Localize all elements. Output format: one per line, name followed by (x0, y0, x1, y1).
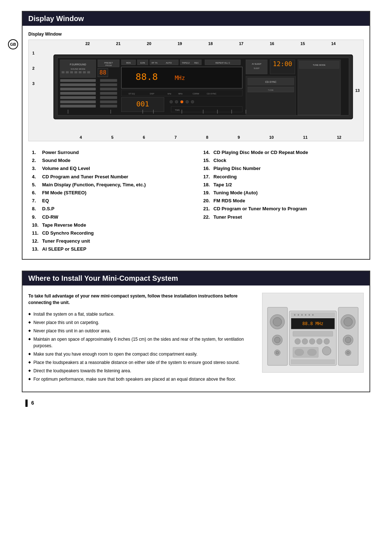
display-svg-area: P.SURROUND SOUND MODE PRESET PRGM (40, 47, 360, 134)
item-15: 15. Clock (203, 157, 360, 165)
svg-text:MHz: MHz (175, 74, 185, 81)
svg-rect-52 (60, 100, 96, 103)
item-16: 16. Playing Disc Number (203, 165, 360, 173)
svg-text:RT TA: RT TA (152, 62, 158, 64)
svg-point-102 (295, 339, 301, 344)
svg-rect-60 (100, 105, 117, 108)
svg-text:MHz: MHz (178, 93, 183, 95)
svg-point-104 (309, 339, 315, 344)
svg-rect-39 (246, 60, 267, 74)
gb-badge: GB (8, 39, 18, 49)
svg-text:kHz: kHz (168, 93, 171, 95)
system-image: 88.8 MHz (262, 293, 364, 373)
svg-text:PRGM: PRGM (105, 64, 112, 66)
svg-text:TUNE MODE: TUNE MODE (313, 64, 326, 66)
item-18: 18. Tape 1/2 (203, 181, 360, 189)
svg-point-86 (273, 317, 282, 326)
svg-text:AUTO: AUTO (166, 62, 172, 64)
svg-text:REC: REC (194, 62, 199, 64)
svg-rect-57 (100, 92, 117, 95)
svg-point-65 (180, 100, 183, 103)
install-section-title: Where to Install Your Mini-Compact Syste… (23, 271, 369, 285)
install-bullet-8: For optimum performance, make sure that … (28, 376, 255, 382)
svg-point-116 (345, 337, 351, 343)
item-22: 22. Tuner Preset (203, 213, 360, 221)
svg-text:RDS: RDS (126, 62, 131, 64)
svg-point-64 (175, 100, 178, 103)
svg-point-94 (298, 314, 299, 316)
svg-point-97 (309, 314, 310, 316)
install-bullet-1: Install the system on a flat, stable sur… (28, 311, 255, 317)
item-6: 6. FM Mode (STEREO) (32, 189, 189, 197)
svg-point-107 (322, 347, 331, 355)
svg-text:PRESET: PRESET (104, 62, 113, 64)
install-bullet-5: Make sure that you have enough room to o… (28, 351, 255, 357)
svg-point-67 (191, 100, 194, 103)
svg-rect-101 (293, 331, 333, 336)
display-window-title: Display Window (23, 12, 369, 26)
svg-point-103 (302, 339, 308, 344)
svg-rect-9 (79, 71, 82, 73)
install-intro: To take full advantage of your new mini-… (28, 293, 255, 306)
svg-rect-11 (87, 71, 90, 73)
svg-point-118 (347, 351, 350, 354)
svg-rect-49 (60, 88, 96, 90)
svg-text:12:00: 12:00 (273, 60, 292, 68)
svg-point-66 (186, 100, 189, 103)
svg-rect-54 (100, 79, 117, 82)
install-bullet-3: Never place this unit in an outdoor area… (28, 328, 255, 334)
install-bullet-6: Place the loudspeakers at a reasonable d… (28, 359, 255, 366)
svg-rect-10 (83, 71, 86, 73)
svg-point-105 (317, 339, 322, 344)
item-20: 20. FM RDS Mode (203, 197, 360, 205)
svg-point-114 (344, 317, 352, 326)
svg-text:001: 001 (136, 100, 149, 108)
display-diagram: 22 21 20 19 18 17 16 15 14 1 2 3 13 (28, 40, 364, 141)
item-13: 13. AI SLEEP or SLEEP (32, 245, 189, 253)
item-12: 12. Tuner Frequency unit (32, 237, 189, 245)
item-9: 9. CD-RW (32, 213, 189, 221)
install-section: Where to Install Your Mini-Compact Syste… (22, 271, 370, 392)
item-3: 3. Volume and EQ Level (32, 165, 189, 173)
svg-rect-8 (74, 71, 77, 73)
svg-text:CDRW: CDRW (192, 93, 199, 95)
svg-rect-111 (291, 360, 335, 364)
svg-rect-56 (100, 88, 117, 90)
svg-text:AI SLEEP: AI SLEEP (252, 63, 261, 65)
item-8: 8. D.S.P (32, 205, 189, 213)
left-numbers: 1 2 3 (32, 51, 34, 86)
svg-rect-51 (60, 96, 96, 99)
svg-rect-110 (307, 349, 317, 356)
svg-rect-58 (100, 96, 117, 99)
item-11: 11. CD Synchro Recording (32, 229, 189, 237)
item-19: 19. Tuning Mode (Auto) (203, 189, 360, 197)
items-col-1: 1. Power Surround 2. Sound Mode 3. Volum… (32, 149, 189, 253)
svg-text:SLEEP: SLEEP (254, 68, 260, 69)
item-2: 2. Sound Mode (32, 157, 189, 165)
item-4: 4. CD Program and Tuner Preset Number (32, 173, 189, 181)
svg-rect-48 (60, 83, 96, 86)
svg-rect-47 (60, 79, 96, 82)
svg-text:CD-SYNC: CD-SYNC (207, 93, 217, 95)
svg-text:TUNE: TUNE (268, 89, 274, 91)
page-bar (25, 400, 28, 407)
svg-rect-5 (62, 71, 65, 73)
bottom-numbers: 4 5 6 7 8 9 10 11 12 (29, 135, 363, 139)
svg-text:88.8: 88.8 (136, 71, 158, 82)
items-list: 1. Power Surround 2. Sound Mode 3. Volum… (28, 149, 364, 253)
svg-rect-6 (66, 71, 69, 73)
item-1: 1. Power Surround (32, 149, 189, 157)
install-bullet-2: Never place this unit on carpeting. (28, 319, 255, 326)
svg-point-98 (312, 314, 314, 316)
svg-point-88 (274, 337, 280, 343)
svg-text:TAPE12: TAPE12 (182, 62, 189, 64)
item-7: 7. EQ (32, 197, 189, 205)
svg-point-63 (170, 100, 173, 103)
item-14: 14. CD Playing Disc Mode or CD Repeat Mo… (203, 149, 360, 157)
svg-text:88.8 MHz: 88.8 MHz (302, 321, 323, 326)
svg-rect-7 (70, 71, 73, 73)
item-5: 5. Main Display (Function, Frequency, Ti… (32, 181, 189, 189)
svg-rect-109 (295, 349, 304, 356)
svg-text:P.SURROUND: P.SURROUND (70, 63, 86, 66)
svg-text:TIME: TIME (175, 109, 180, 111)
